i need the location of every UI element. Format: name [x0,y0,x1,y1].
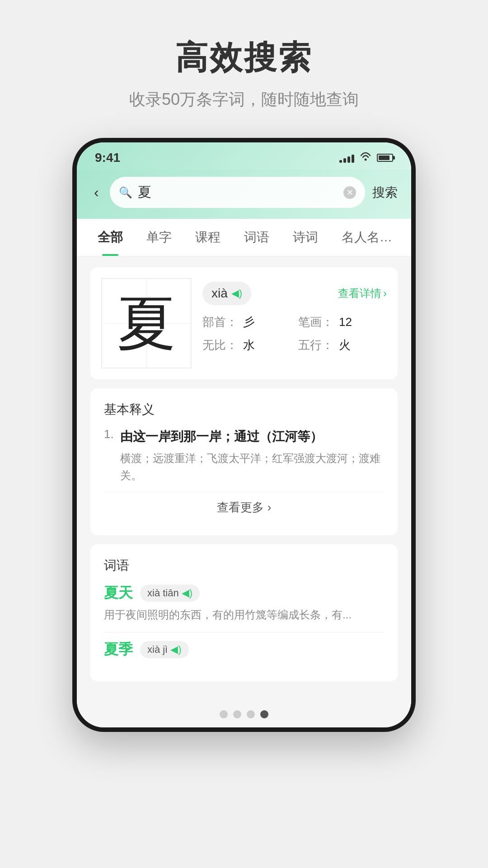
phone-screen: 9:41 [77,142,411,727]
word-sound-2[interactable]: ◀) [170,644,181,656]
status-bar: 9:41 [77,142,411,170]
search-area: ‹ 🔍 夏 ✕ 搜索 [77,170,411,219]
page-dots [77,701,411,727]
char-pinyin-row: xià ◀) 查看详情 › [202,282,387,305]
tab-bar: 全部 单字 课程 词语 诗词 名人名… [77,219,411,256]
detail-link[interactable]: 查看详情 › [338,286,387,301]
char-details: 部首： 彡 笔画： 12 无比： 水 五行： 火 [202,314,387,353]
word-desc-1: 用于夜间照明的东西，有的用竹篾等编成长条，有... [104,607,384,623]
search-button[interactable]: 搜索 [372,184,398,201]
tab-course[interactable]: 课程 [183,219,232,256]
page-subtitle: 收录50万条字词，随时随地查询 [129,89,359,111]
word-pinyin-2: xià jì ◀) [140,641,189,658]
tab-all[interactable]: 全部 [86,219,135,256]
phone-mockup: 9:41 [72,138,416,732]
dot-3 [247,710,255,718]
char-display: 夏 [101,278,192,368]
word-header-1: 夏天 xià tiān ◀) [104,583,384,603]
tab-word[interactable]: 词语 [232,219,281,256]
word-pinyin-1: xià tiān ◀) [140,585,200,602]
detail-bihua: 笔画： 12 [298,314,387,330]
status-icons [339,152,393,164]
tab-poem[interactable]: 诗词 [281,219,330,256]
pinyin-text: xià [211,286,228,301]
def-header: 1. 由这一岸到那一岸；通过（江河等） [104,427,384,446]
content-area: 夏 xià ◀) 查看详情 › [77,256,411,701]
words-section: 词语 夏天 xià tiān ◀) 用于夜间照明的东西，有的用竹篾等编成长条，有… [90,544,398,681]
char-card: 夏 xià ◀) 查看详情 › [90,267,398,379]
definition-item: 1. 由这一岸到那一岸；通过（江河等） 横渡；远渡重洋；飞渡太平洋；红军强渡大渡… [104,427,384,485]
dot-4-active [260,710,268,718]
back-button[interactable]: ‹ [90,182,103,203]
wifi-icon [360,152,371,164]
sound-icon[interactable]: ◀) [231,288,242,299]
clear-button[interactable]: ✕ [343,186,356,199]
word-char-1: 夏天 [104,583,133,603]
word-divider [104,632,384,632]
detail-wuxing: 五行： 火 [298,337,387,353]
status-time: 9:41 [95,151,120,165]
view-more-button[interactable]: 查看更多 › [104,492,384,523]
tab-quote[interactable]: 名人名… [330,219,404,256]
word-sound-1[interactable]: ◀) [182,587,192,599]
char-info: xià ◀) 查看详情 › 部首： 彡 [202,278,387,353]
battery-icon [377,154,393,162]
tab-char[interactable]: 单字 [135,219,183,256]
words-section-title: 词语 [104,557,384,574]
def-example: 横渡；远渡重洋；飞渡太平洋；红军强渡大渡河；渡难关。 [104,450,384,485]
search-box[interactable]: 🔍 夏 ✕ [110,177,365,208]
detail-bushou: 部首： 彡 [202,314,291,330]
detail-wubi: 无比： 水 [202,337,291,353]
word-char-2: 夏季 [104,640,133,660]
definition-card: 基本释义 1. 由这一岸到那一岸；通过（江河等） 横渡；远渡重洋；飞渡太平洋；红… [90,388,398,535]
page-title: 高效搜索 [175,36,313,80]
svg-point-0 [365,159,367,161]
dot-1 [220,710,228,718]
char-glyph: 夏 [117,294,176,353]
pinyin-badge: xià ◀) [202,282,251,305]
definition-section-title: 基本释义 [104,401,384,418]
word-item-2: 夏季 xià jì ◀) [104,640,384,660]
search-input[interactable]: 夏 [138,183,338,202]
signal-icon [339,153,354,163]
word-item-1: 夏天 xià tiān ◀) 用于夜间照明的东西，有的用竹篾等编成长条，有... [104,583,384,623]
search-icon: 🔍 [119,186,132,199]
word-header-2: 夏季 xià jì ◀) [104,640,384,660]
dot-2 [233,710,241,718]
